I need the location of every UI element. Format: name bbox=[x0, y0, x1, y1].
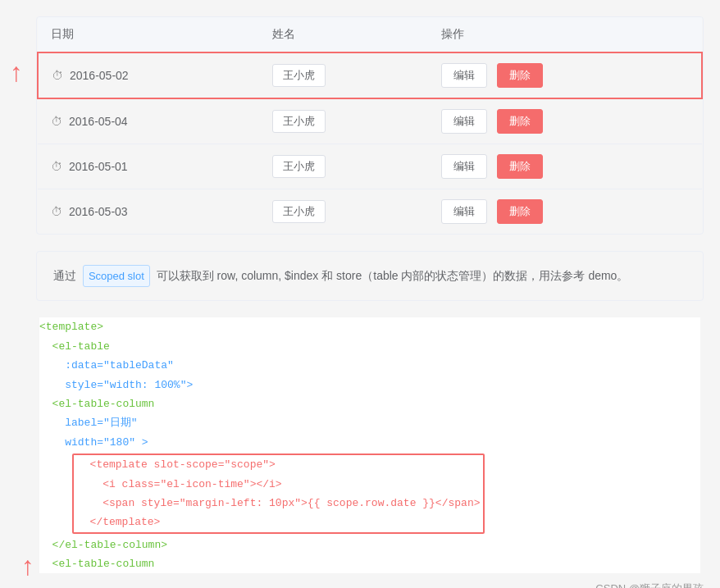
date-cell: ⏱2016-05-03 bbox=[38, 189, 259, 235]
top-arrow: ↑ bbox=[10, 59, 23, 85]
highlighted-code-block: <template slot-scope="scope"> <i class="… bbox=[72, 454, 485, 534]
name-cell: 王小虎 bbox=[259, 52, 428, 98]
info-prefix: 通过 bbox=[53, 269, 76, 282]
clock-icon: ⏱ bbox=[51, 205, 62, 218]
delete-button[interactable]: 删除 bbox=[497, 109, 543, 134]
name-cell: 王小虎 bbox=[259, 144, 428, 189]
data-table: 日期 姓名 操作 ⏱2016-05-02王小虎 编辑 删除 ⏱2016-05-0… bbox=[36, 16, 704, 235]
table-row: ⏱2016-05-01王小虎 编辑 删除 bbox=[38, 144, 702, 189]
code-line: </el-table-column> bbox=[39, 536, 700, 554]
col-header-action: 操作 bbox=[428, 17, 702, 52]
code-line: style="width: 100%"> bbox=[39, 376, 700, 394]
col-header-name: 姓名 bbox=[259, 17, 428, 52]
action-cell: 编辑 删除 bbox=[428, 189, 702, 235]
table-row: ⏱2016-05-02王小虎 编辑 删除 bbox=[38, 52, 702, 98]
code-line: <el-table-column bbox=[39, 554, 700, 573]
date-cell: ⏱2016-05-04 bbox=[38, 98, 259, 144]
name-cell: 王小虎 bbox=[259, 98, 428, 144]
table-row: ⏱2016-05-03王小虎 编辑 删除 bbox=[38, 189, 702, 235]
delete-button[interactable]: 删除 bbox=[497, 199, 543, 224]
edit-button[interactable]: 编辑 bbox=[441, 63, 487, 88]
clock-icon: ⏱ bbox=[52, 69, 63, 82]
code-line: label="日期" bbox=[39, 413, 700, 432]
highlighted-code-line: <template slot-scope="scope"> bbox=[77, 455, 480, 474]
action-cell: 编辑 删除 bbox=[428, 52, 702, 98]
date-cell: ⏱2016-05-01 bbox=[38, 144, 259, 189]
code-line: <template> bbox=[39, 317, 700, 336]
clock-icon: ⏱ bbox=[51, 115, 62, 128]
name-badge: 王小虎 bbox=[272, 200, 326, 223]
date-cell: ⏱2016-05-02 bbox=[38, 52, 259, 98]
delete-button[interactable]: 删除 bbox=[497, 63, 543, 88]
edit-button[interactable]: 编辑 bbox=[441, 199, 487, 224]
scoped-slot-badge: Scoped slot bbox=[83, 265, 150, 287]
highlighted-code-line: </template> bbox=[77, 513, 480, 531]
bottom-arrow: ↑ bbox=[21, 551, 34, 581]
code-line: width="180" > bbox=[39, 433, 700, 452]
col-header-date: 日期 bbox=[38, 17, 259, 52]
name-badge: 王小虎 bbox=[272, 64, 326, 87]
watermark: CSDN @狮子座的男孩 bbox=[36, 573, 704, 588]
code-line: <el-table bbox=[39, 337, 700, 356]
info-box: 通过 Scoped slot 可以获取到 row, column, $index… bbox=[36, 251, 704, 301]
name-badge: 王小虎 bbox=[272, 110, 326, 133]
highlighted-code-line: <i class="el-icon-time"></i> bbox=[77, 475, 480, 494]
action-cell: 编辑 删除 bbox=[428, 144, 702, 189]
code-line: :data="tableData" bbox=[39, 356, 700, 375]
action-cell: 编辑 删除 bbox=[428, 98, 702, 144]
table-row: ⏱2016-05-04王小虎 编辑 删除 bbox=[38, 98, 702, 144]
code-line: <el-table-column bbox=[39, 394, 700, 413]
name-badge: 王小虎 bbox=[272, 155, 326, 178]
name-cell: 王小虎 bbox=[259, 189, 428, 235]
delete-button[interactable]: 删除 bbox=[497, 154, 543, 179]
clock-icon: ⏱ bbox=[51, 160, 62, 173]
edit-button[interactable]: 编辑 bbox=[441, 109, 487, 134]
edit-button[interactable]: 编辑 bbox=[441, 154, 487, 179]
info-suffix: 可以获取到 row, column, $index 和 store（table … bbox=[157, 269, 629, 282]
code-section: <template> <el-table :data="tableData" s… bbox=[36, 317, 704, 573]
highlighted-code-line: <span style="margin-left: 10px">{{ scope… bbox=[77, 494, 480, 513]
